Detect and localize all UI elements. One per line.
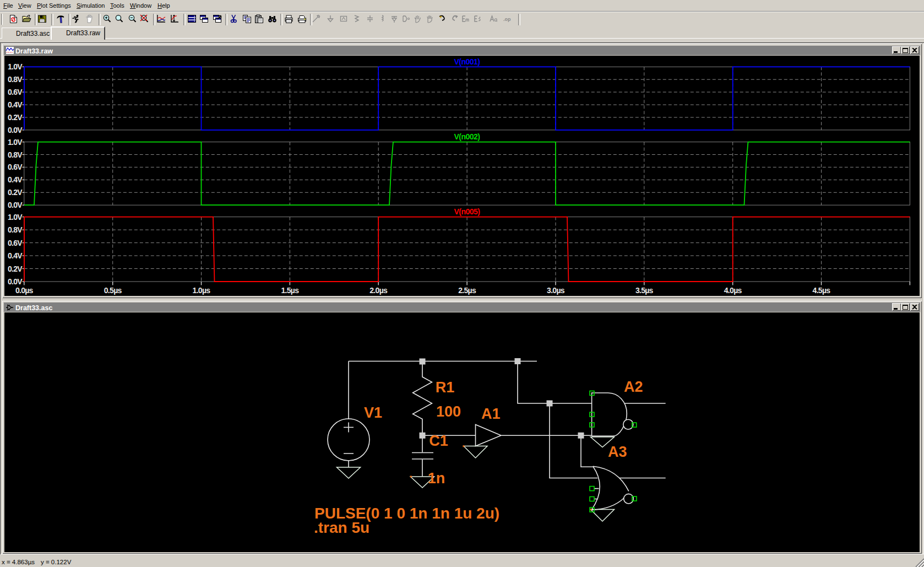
svg-text:0.2V: 0.2V xyxy=(8,264,23,273)
svg-text:1.0V: 1.0V xyxy=(8,213,23,222)
svg-text:0.6V: 0.6V xyxy=(8,163,23,171)
svg-text:0.8V: 0.8V xyxy=(8,150,23,159)
svg-text:0.0µs: 0.0µs xyxy=(15,286,34,295)
svg-text:0.4V: 0.4V xyxy=(8,100,23,109)
svg-text:R1: R1 xyxy=(436,379,455,396)
svg-text:2.5µs: 2.5µs xyxy=(458,286,476,295)
svg-text:0.2V: 0.2V xyxy=(8,188,23,197)
svg-text:4.5µs: 4.5µs xyxy=(813,286,831,295)
svg-text:.op: .op xyxy=(503,17,511,22)
svg-text:.tran 5u: .tran 5u xyxy=(314,519,369,536)
svg-text:100: 100 xyxy=(436,403,461,420)
svg-text:1.0V: 1.0V xyxy=(8,62,23,71)
svg-text:0.8V: 0.8V xyxy=(8,75,23,84)
svg-text:1.0V: 1.0V xyxy=(8,138,23,147)
svg-text:V(n005): V(n005) xyxy=(454,207,480,216)
svg-text:1.5µs: 1.5µs xyxy=(281,286,299,295)
svg-text:0.4V: 0.4V xyxy=(8,175,23,184)
svg-text:0.0V: 0.0V xyxy=(8,201,23,209)
svg-text:C1: C1 xyxy=(429,433,448,449)
svg-text:0.8V: 0.8V xyxy=(8,225,23,234)
svg-text:0.4V: 0.4V xyxy=(8,251,23,260)
svg-text:0.6V: 0.6V xyxy=(8,239,23,247)
svg-text:A2: A2 xyxy=(624,379,643,395)
svg-text:A3: A3 xyxy=(608,444,627,460)
svg-text:0.0V: 0.0V xyxy=(8,277,23,286)
svg-text:V(n001): V(n001) xyxy=(454,57,480,66)
svg-text:0.0V: 0.0V xyxy=(8,126,23,134)
svg-text:3.5µs: 3.5µs xyxy=(635,286,654,295)
svg-text:0.2V: 0.2V xyxy=(8,113,23,122)
svg-text:V(n002): V(n002) xyxy=(454,132,480,141)
svg-text:2.0µs: 2.0µs xyxy=(369,286,388,295)
svg-text:0.5µs: 0.5µs xyxy=(104,286,122,295)
svg-text:1.0µs: 1.0µs xyxy=(193,286,211,295)
svg-text:V1: V1 xyxy=(364,404,382,421)
svg-text:A1: A1 xyxy=(481,406,501,422)
svg-text:3.0µs: 3.0µs xyxy=(547,286,565,295)
svg-text:0.6V: 0.6V xyxy=(8,88,23,96)
svg-text:1n: 1n xyxy=(428,470,445,487)
svg-text:4.0µs: 4.0µs xyxy=(724,286,742,295)
